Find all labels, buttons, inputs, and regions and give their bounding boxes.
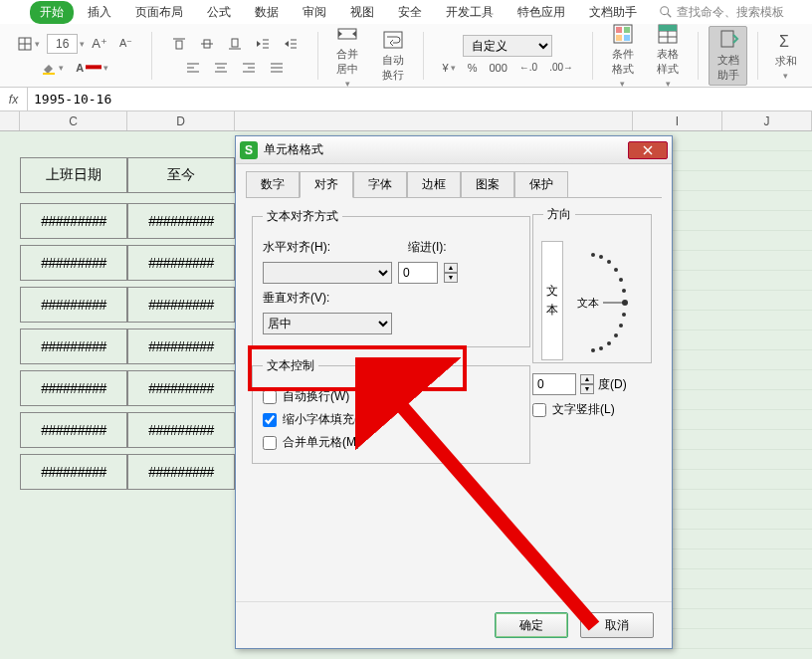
wrap-text-label: 自动换行(W) [283, 388, 349, 405]
tab-font[interactable]: 字体 [353, 171, 407, 198]
col-header-d[interactable]: D [127, 111, 235, 130]
cell[interactable]: ######### [127, 454, 235, 490]
col-header-c[interactable]: C [20, 111, 127, 130]
fill-color-button[interactable]: ▾ [36, 57, 69, 79]
shrink-fit-checkbox[interactable] [263, 413, 277, 427]
tab-pattern[interactable]: 图案 [461, 171, 514, 198]
wrap-text-button[interactable]: 自动换行 [373, 26, 413, 86]
indent-up[interactable]: ▲ [444, 263, 458, 273]
align-bottom-button[interactable] [222, 33, 248, 55]
comma-style-button[interactable]: 000 [484, 59, 511, 77]
orient-horiz-label: 文本 [577, 297, 599, 309]
cell[interactable]: ######### [127, 245, 235, 281]
col-header-i[interactable]: I [633, 111, 722, 130]
ribbon-tab-special[interactable]: 特色应用 [508, 1, 575, 24]
svg-point-59 [599, 346, 603, 350]
font-decrease-button[interactable]: A⁻ [114, 34, 137, 53]
svg-point-51 [614, 268, 618, 272]
ribbon-tab-layout[interactable]: 页面布局 [125, 1, 193, 24]
ribbon-tab-home[interactable]: 开始 [30, 1, 74, 24]
ribbon-tab-formula[interactable]: 公式 [197, 1, 241, 24]
indent-increase-button[interactable] [278, 33, 304, 55]
font-increase-button[interactable]: A⁺ [87, 33, 112, 54]
align-right-button[interactable] [236, 57, 262, 79]
degree-down[interactable]: ▼ [580, 384, 594, 394]
v-align-select[interactable]: 居中 [263, 313, 392, 334]
cell[interactable]: ######### [20, 287, 127, 323]
decrease-decimal-button[interactable]: .00→ [544, 59, 578, 76]
cell[interactable]: ######### [20, 370, 127, 406]
font-color-button[interactable]: A▾ [71, 57, 113, 79]
number-format-select[interactable]: 自定义 [463, 35, 552, 57]
indent-input[interactable] [398, 262, 438, 284]
currency-button[interactable]: ¥▾ [438, 59, 461, 77]
close-button[interactable] [628, 141, 668, 159]
svg-point-49 [622, 289, 626, 293]
indent-label: 缩进(I): [408, 239, 488, 256]
vertical-text-box[interactable]: 文 本 [541, 241, 563, 360]
justify-button[interactable] [264, 57, 290, 79]
table-header-1[interactable]: 上班日期 [20, 157, 127, 193]
sum-button[interactable]: Σ 求和▾ [768, 27, 804, 84]
table-style-button[interactable]: 表格样式▾ [648, 20, 688, 92]
alignment-legend: 文本对齐方式 [263, 208, 342, 225]
align-center-button[interactable] [208, 57, 234, 79]
h-align-select[interactable] [263, 262, 392, 284]
ribbon-tab-insert[interactable]: 插入 [78, 1, 121, 24]
cell[interactable]: ######### [127, 412, 235, 448]
conditional-format-button[interactable]: 条件格式▾ [603, 20, 643, 92]
indent-decrease-button[interactable] [250, 33, 276, 55]
ribbon-search[interactable]: 查找命令、搜索模板 [659, 4, 784, 21]
align-top-button[interactable] [166, 33, 192, 55]
svg-rect-36 [616, 35, 622, 41]
cell[interactable]: ######### [20, 203, 127, 239]
formula-input[interactable] [28, 92, 812, 107]
ribbon-tab-data[interactable]: 数据 [245, 1, 289, 24]
ribbon-tab-security[interactable]: 安全 [388, 1, 432, 24]
svg-point-52 [607, 260, 611, 264]
percent-button[interactable]: % [463, 59, 483, 77]
borders-button[interactable]: ▾ [12, 33, 45, 55]
h-align-label: 水平对齐(H): [263, 239, 342, 256]
table-header-2[interactable]: 至今 [127, 157, 235, 193]
cell[interactable]: ######### [127, 329, 235, 364]
column-headers: C D I J [0, 111, 812, 131]
cell[interactable]: ######### [20, 412, 127, 448]
ribbon-search-placeholder: 查找命令、搜索模板 [677, 4, 784, 21]
font-size-caret[interactable]: ▾ [80, 39, 85, 49]
degree-up[interactable]: ▲ [580, 374, 594, 384]
cancel-button[interactable]: 取消 [580, 612, 654, 638]
cell[interactable]: ######### [20, 245, 127, 281]
cell[interactable]: ######### [20, 454, 127, 490]
svg-rect-34 [616, 27, 622, 33]
vertical-text-checkbox[interactable] [532, 403, 546, 417]
cell[interactable]: ######### [127, 287, 235, 323]
align-left-button[interactable] [180, 57, 206, 79]
degree-input[interactable] [532, 373, 576, 395]
col-header-j[interactable]: J [722, 111, 812, 130]
svg-line-1 [668, 14, 672, 18]
increase-decimal-button[interactable]: ←.0 [514, 59, 542, 76]
cell[interactable]: ######### [127, 203, 235, 239]
align-middle-button[interactable] [194, 33, 220, 55]
ribbon-tabs: 开始 插入 页面布局 公式 数据 审阅 视图 安全 开发工具 特色应用 文档助手… [0, 0, 812, 24]
tab-alignment[interactable]: 对齐 [300, 171, 353, 198]
tab-border[interactable]: 边框 [407, 171, 461, 198]
fx-icon[interactable]: fx [0, 88, 28, 110]
tab-protection[interactable]: 保护 [514, 171, 568, 198]
tab-number[interactable]: 数字 [246, 171, 300, 198]
cell[interactable]: ######### [20, 329, 127, 364]
doc-helper-button[interactable]: 文档助手 [709, 26, 748, 86]
merge-center-button[interactable]: 合并居中▾ [328, 20, 368, 92]
ok-button[interactable]: 确定 [495, 612, 568, 638]
format-cells-dialog: S 单元格格式 数字 对齐 字体 边框 图案 保护 文本对齐方式 水平对齐(H)… [235, 135, 673, 649]
merge-cells-checkbox[interactable] [263, 436, 277, 450]
svg-point-55 [622, 313, 626, 317]
ribbon-tab-dev[interactable]: 开发工具 [436, 1, 504, 24]
wrap-text-checkbox[interactable] [263, 390, 277, 404]
indent-down[interactable]: ▼ [444, 273, 458, 283]
dialog-titlebar[interactable]: S 单元格格式 [236, 136, 672, 164]
cell[interactable]: ######### [127, 370, 235, 406]
orientation-dial[interactable]: 文本 [571, 239, 643, 362]
dialog-body: 文本对齐方式 水平对齐(H): 缩进(I): ▲▼ 垂直对齐(V): 居中 文本… [246, 197, 662, 601]
